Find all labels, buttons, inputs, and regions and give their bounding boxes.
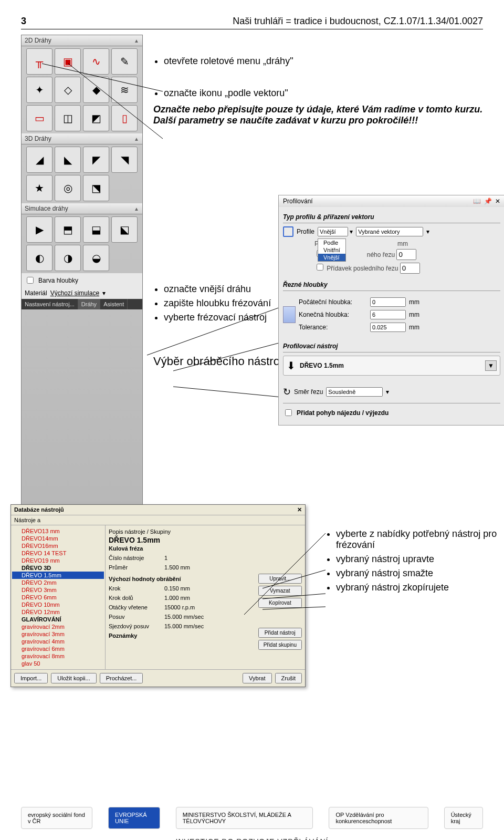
tool-icon-6[interactable]: ◇ bbox=[55, 77, 81, 103]
tree-item[interactable]: glav 50 bbox=[12, 660, 104, 667]
section-3d-header[interactable]: 3D Dráhy ▲ bbox=[22, 133, 142, 144]
logo-opvk: OP Vzdělávání pro konkurenceschopnost bbox=[329, 807, 428, 829]
tree-group[interactable]: DŘEVO 3D bbox=[12, 564, 104, 572]
tool-icon-2[interactable]: ▣ bbox=[55, 48, 81, 75]
tool-icon-sim-5[interactable]: ◐ bbox=[26, 245, 52, 271]
vals-head: Výchozí hodnoty obrábění bbox=[109, 576, 253, 582]
tool-icon-4[interactable]: ✎ bbox=[111, 48, 138, 75]
tool-icon-3d-4[interactable]: ◥ bbox=[111, 147, 138, 173]
tool-icon-3d-5[interactable]: ★ bbox=[26, 175, 52, 201]
help-icon[interactable]: 📖 bbox=[473, 198, 481, 205]
tool-icon-3d-1[interactable]: ◢ bbox=[26, 147, 52, 173]
dropdown-icon[interactable]: ▾ bbox=[102, 289, 106, 297]
tool-picker[interactable]: ⬇ DŘEVO 1.5mm ▼ bbox=[283, 356, 500, 376]
tree-item-selected[interactable]: DŘEVO 1.5mm bbox=[12, 572, 104, 579]
tool-icon-5[interactable]: ✦ bbox=[26, 77, 52, 103]
tree-item[interactable]: DŘEVO 6mm bbox=[12, 594, 104, 601]
tab-asistent[interactable]: Asistent bbox=[100, 299, 128, 309]
tool-icon-8[interactable]: ≋ bbox=[111, 77, 138, 103]
tree-item[interactable]: DŘEVO 14 TEST bbox=[12, 549, 104, 557]
cut-direction-label: Směr řezu bbox=[294, 388, 323, 396]
depth-color-checkbox[interactable] bbox=[27, 277, 34, 284]
tool-icon-3[interactable]: ∿ bbox=[83, 48, 109, 75]
tree-item[interactable]: DŘEVO 2mm bbox=[12, 579, 104, 586]
chevron-down-icon[interactable]: ▾ bbox=[386, 388, 389, 396]
last-cut-value[interactable] bbox=[400, 263, 420, 274]
field-label: Sjezdový posuv bbox=[109, 623, 161, 629]
save-copy-button[interactable]: Uložit kopii... bbox=[51, 673, 96, 683]
tree-item[interactable]: gravírovací 6mm bbox=[12, 645, 104, 652]
section-profiling-tool: Profilovací nástroj bbox=[283, 340, 500, 352]
tool-icon-1[interactable]: ╥ bbox=[26, 48, 52, 75]
tree-item[interactable]: gravírovací 2mm bbox=[12, 623, 104, 630]
tool-icon-sim-2[interactable]: ⬒ bbox=[55, 216, 81, 243]
tool-tree[interactable]: DŘEVO13 mm DŘEVO14mm DŘEVO16mm DŘEVO 14 … bbox=[11, 525, 106, 669]
bullet-open-menu: otevřete roletové menu „dráhy" bbox=[164, 56, 483, 67]
tree-item[interactable]: gravírovací 3mm bbox=[12, 630, 104, 638]
tool-icon-3d-6[interactable]: ◎ bbox=[55, 175, 81, 201]
last-cut-checkbox[interactable] bbox=[317, 264, 323, 271]
tree-item[interactable]: DŘEVO19 mm bbox=[12, 557, 104, 564]
tool-icon-3d-2[interactable]: ◣ bbox=[55, 147, 81, 173]
close-icon[interactable]: ✕ bbox=[495, 198, 500, 205]
close-icon[interactable]: ✕ bbox=[297, 506, 302, 513]
start-depth-input[interactable] bbox=[370, 297, 406, 307]
first-cut-value[interactable] bbox=[396, 249, 416, 260]
add-approach-checkbox[interactable] bbox=[285, 409, 292, 416]
last-cut-label: Přídavek posledního řezu bbox=[327, 265, 398, 272]
vectors-select[interactable] bbox=[356, 227, 423, 236]
end-depth-input[interactable] bbox=[370, 310, 406, 319]
material-value[interactable]: Výchozí simulace bbox=[50, 289, 99, 297]
tool-icon-3d-3[interactable]: ◤ bbox=[83, 147, 109, 173]
tool-icon-sim-3[interactable]: ⬓ bbox=[83, 216, 109, 243]
tree-group[interactable]: GLAVÍROVÁNÍ bbox=[12, 616, 104, 623]
tool-icon-11[interactable]: ◩ bbox=[83, 105, 109, 131]
tool-icon-sim-4[interactable]: ⬕ bbox=[111, 216, 138, 243]
import-button[interactable]: Import... bbox=[14, 673, 48, 683]
tab-drahy[interactable]: Dráhy bbox=[78, 299, 100, 309]
tool-dropdown-button[interactable]: ▼ bbox=[485, 360, 497, 371]
collapse-icon: ▲ bbox=[134, 38, 139, 44]
tool-icon-sim-7[interactable]: ◒ bbox=[83, 245, 109, 271]
option-vnitrni[interactable]: Vnitřní bbox=[318, 246, 345, 254]
option-vnejsi[interactable]: Vnější bbox=[318, 254, 345, 261]
bullet-mark-icon: označte ikonu „podle vektoru" bbox=[164, 88, 483, 99]
tool-icon-7[interactable]: ◆ bbox=[83, 77, 109, 103]
tree-item[interactable]: DŘEVO 10mm bbox=[12, 601, 104, 608]
section-cut-depths: Řezné hloubky bbox=[283, 279, 500, 291]
chevron-down-icon[interactable]: ▾ bbox=[426, 228, 429, 235]
select-button[interactable]: Vybrat bbox=[243, 673, 271, 683]
db-title: Databáze nástrojů bbox=[14, 506, 64, 513]
tolerance-input[interactable] bbox=[370, 323, 406, 332]
section-sim-header[interactable]: Simulace dráhy ▲ bbox=[22, 203, 142, 214]
barva-row: Barva hloubky bbox=[22, 273, 142, 287]
tool-icon-9[interactable]: ▭ bbox=[26, 105, 52, 131]
tree-item[interactable]: gravírovací 4mm bbox=[12, 638, 104, 645]
profile-select[interactable] bbox=[318, 227, 348, 236]
browse-button[interactable]: Procházet... bbox=[100, 673, 143, 683]
tree-item[interactable]: DŘEVO16mm bbox=[12, 542, 104, 549]
chevron-down-icon[interactable]: ▾ bbox=[350, 228, 353, 235]
field-label: Posuv bbox=[109, 614, 161, 620]
tab-nastaveni[interactable]: Nastavení nástroj... bbox=[22, 299, 78, 309]
tree-item[interactable]: gravírovací 8mm bbox=[12, 652, 104, 660]
tool-icon-12[interactable]: ▯ bbox=[111, 105, 138, 131]
tree-item[interactable]: DŘEVO 12mm bbox=[12, 608, 104, 616]
tool-icon-sim-1[interactable]: ▶ bbox=[26, 216, 52, 243]
tool-icon-3d-7[interactable]: ⬔ bbox=[83, 175, 109, 201]
tool-icon-sim-6[interactable]: ◑ bbox=[55, 245, 81, 271]
tree-item[interactable]: DŘEVO13 mm bbox=[12, 527, 104, 535]
depth-icon bbox=[283, 306, 296, 323]
material-row: Materiál Výchozí simulace ▾ bbox=[22, 287, 142, 299]
field-label: Otáčky vřetene bbox=[109, 604, 161, 610]
unit-mm: mm bbox=[409, 311, 419, 318]
tree-item[interactable]: DŘEVO14mm bbox=[12, 535, 104, 542]
tool-icon-10[interactable]: ◫ bbox=[55, 105, 81, 131]
field-value: 1.500 mm bbox=[164, 564, 190, 571]
tree-item[interactable]: DŘEVO 3mm bbox=[12, 586, 104, 594]
cancel-button[interactable]: Zrušit bbox=[275, 673, 302, 683]
option-podle[interactable]: Podle bbox=[318, 239, 345, 246]
cut-direction-select[interactable] bbox=[326, 387, 383, 397]
section-2d-header[interactable]: 2D Dráhy ▲ bbox=[22, 35, 142, 46]
pin-icon[interactable]: 📌 bbox=[484, 198, 492, 205]
